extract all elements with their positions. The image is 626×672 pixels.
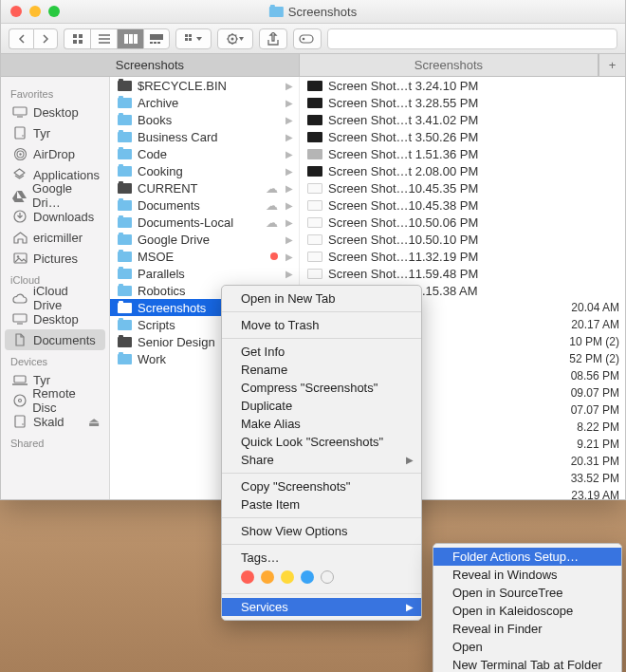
sidebar-item-documents[interactable]: Documents	[5, 329, 105, 350]
list-item[interactable]: Google Drive▶	[110, 231, 299, 248]
list-item[interactable]: Documents-Local☁▶	[110, 214, 299, 231]
tab-screenshots-1[interactable]: Screenshots	[1, 54, 300, 76]
list-item[interactable]: Screen Shot…t 1.51.36 PM	[300, 145, 625, 162]
tag-yellow[interactable]	[281, 570, 294, 584]
menu-show-view-options[interactable]: Show View Options	[222, 522, 421, 540]
item-name: Documents	[138, 198, 260, 213]
sidebar-item-desktop[interactable]: Desktop	[1, 102, 109, 122]
search-input[interactable]	[327, 28, 617, 49]
item-name: MSOE	[138, 250, 265, 264]
back-button[interactable]	[9, 28, 33, 49]
tag-blue[interactable]	[301, 570, 314, 584]
sidebar-item-label: ericmiller	[33, 231, 83, 245]
tag-red[interactable]	[241, 570, 254, 584]
menu-quick-look[interactable]: Quick Look "Screenshots"	[222, 433, 421, 451]
tags-button[interactable]	[293, 28, 322, 49]
cloud-icon: ☁	[266, 215, 278, 230]
close-icon[interactable]	[10, 6, 22, 17]
svg-rect-3	[79, 40, 83, 44]
menu-new-terminal[interactable]: New Terminal Tab at Folder	[433, 656, 621, 672]
list-item[interactable]: Screen Shot…10.50.10 PM	[300, 231, 625, 248]
menu-make-alias[interactable]: Make Alias	[222, 415, 421, 433]
svg-rect-28	[13, 314, 27, 322]
view-list-button[interactable]	[90, 28, 117, 49]
svg-point-24	[19, 153, 21, 155]
folder-icon	[118, 337, 132, 347]
menu-open-sourcetree[interactable]: Open in SourceTree	[433, 584, 621, 602]
new-tab-button[interactable]: +	[598, 54, 625, 76]
sidebar-item-label: iCloud Drive	[33, 284, 100, 312]
folder-icon	[118, 234, 132, 245]
list-item[interactable]: Screen Shot…t 3.28.55 PM	[300, 94, 625, 111]
tag-none[interactable]	[321, 570, 334, 584]
tag-orange[interactable]	[261, 570, 274, 584]
list-item[interactable]: Business Card▶	[110, 128, 299, 145]
menu-share[interactable]: Share▶	[222, 451, 421, 469]
menu-tags[interactable]: Tags…	[222, 549, 421, 567]
menu-get-info[interactable]: Get Info	[222, 343, 421, 361]
list-item[interactable]: Archive▶	[110, 94, 299, 111]
sidebar-item-airdrop[interactable]: AirDrop	[1, 143, 109, 164]
menu-reveal-windows[interactable]: Reveal in Windows	[433, 566, 621, 584]
time-fragment: 20.04 AM	[409, 299, 625, 316]
list-item[interactable]: Screen Shot…t 2.08.00 PM	[300, 162, 625, 179]
menu-open-kaleidoscope[interactable]: Open in Kaleidoscope	[433, 602, 621, 620]
list-item[interactable]: Screen Shot…11.59.48 PM	[300, 265, 625, 282]
menu-reveal-finder[interactable]: Reveal in Finder	[433, 620, 621, 638]
menu-copy[interactable]: Copy "Screenshots"	[222, 477, 421, 495]
sidebar-item-ericmiller[interactable]: ericmiller	[1, 227, 109, 248]
list-item[interactable]: Screen Shot…10.45.35 PM	[300, 179, 625, 196]
list-item[interactable]: Books▶	[110, 111, 299, 128]
list-item[interactable]: $RECYCLE.BIN▶	[110, 77, 299, 94]
menu-compress[interactable]: Compress "Screenshots"	[222, 379, 421, 397]
time-fragment: 23.19 AM	[409, 487, 625, 499]
action-button[interactable]	[217, 28, 253, 49]
sidebar-item-skald[interactable]: Skald⏏	[1, 411, 109, 432]
menu-move-trash[interactable]: Move to Trash	[222, 316, 421, 334]
menu-duplicate[interactable]: Duplicate	[222, 397, 421, 415]
screenshot-icon	[307, 81, 322, 91]
menu-folder-actions[interactable]: Folder Actions Setup…	[433, 548, 621, 566]
list-item[interactable]: Code▶	[110, 145, 299, 162]
sidebar-item-label: Tyr	[33, 373, 50, 387]
menu-open-new-tab[interactable]: Open in New Tab	[222, 289, 421, 308]
view-columns-button[interactable]	[117, 28, 143, 49]
sidebar-item-google-dri-[interactable]: Google Dri…	[1, 185, 109, 206]
list-item[interactable]: Cooking▶	[110, 162, 299, 179]
folder-icon	[118, 217, 132, 228]
list-item[interactable]: Screen Shot…10.50.06 PM	[300, 214, 625, 231]
tab-screenshots-2[interactable]: Screenshots	[300, 54, 598, 76]
menu-paste[interactable]: Paste Item	[222, 495, 421, 513]
eject-icon[interactable]: ⏏	[88, 415, 100, 429]
time-fragment: 20.17 AM	[409, 316, 625, 333]
view-icons-button[interactable]	[64, 28, 90, 49]
sidebar-item-downloads[interactable]: Downloads	[1, 206, 109, 227]
time-fragment: 08.56 PM	[409, 367, 625, 384]
menu-open[interactable]: Open	[433, 638, 621, 656]
menu-rename[interactable]: Rename	[222, 361, 421, 379]
list-item[interactable]: Documents☁▶	[110, 196, 299, 214]
apps-icon	[12, 168, 28, 181]
list-item[interactable]: Screen Shot…10.45.38 PM	[300, 196, 625, 214]
sidebar-item-icloud-drive[interactable]: iCloud Drive	[1, 288, 109, 308]
zoom-icon[interactable]	[48, 6, 60, 17]
titlebar[interactable]: Screenshots	[1, 0, 625, 24]
list-item[interactable]: CURRENT☁▶	[110, 179, 299, 196]
sidebar-item-pictures[interactable]: Pictures	[1, 248, 109, 269]
list-item[interactable]: Screen Shot…t 3.50.26 PM	[300, 128, 625, 145]
list-item[interactable]: MSOE▶	[110, 248, 299, 265]
menu-services[interactable]: Services▶	[222, 598, 421, 616]
sidebar-item-tyr[interactable]: Tyr	[1, 122, 109, 143]
view-gallery-button[interactable]	[143, 28, 170, 49]
arrange-button[interactable]	[175, 28, 212, 49]
minimize-icon[interactable]	[29, 6, 41, 17]
list-item[interactable]: Screen Shot…t 3.41.02 PM	[300, 111, 625, 128]
share-button[interactable]	[259, 28, 287, 49]
list-item[interactable]: Screen Shot…11.32.19 PM	[300, 248, 625, 265]
list-item[interactable]: Screen Shot…t 3.24.10 PM	[300, 77, 625, 94]
forward-button[interactable]	[33, 28, 58, 49]
screenshot-icon	[307, 200, 322, 211]
item-name: Screen Shot…10.50.06 PM	[328, 215, 619, 230]
list-item[interactable]: Parallels▶	[110, 265, 299, 282]
sidebar-item-remote-disc[interactable]: Remote Disc	[1, 390, 109, 411]
